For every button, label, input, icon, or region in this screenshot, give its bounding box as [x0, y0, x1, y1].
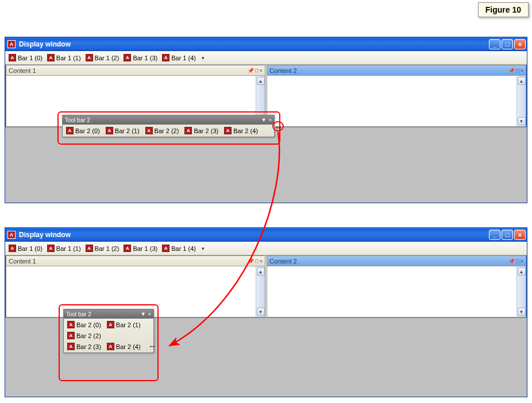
pin-icon[interactable]: 📌 — [248, 258, 254, 264]
bar1-item-2[interactable]: ABar 1 (2) — [86, 245, 119, 252]
close-pane-icon[interactable]: × — [260, 258, 263, 264]
pane-title-1: Content 1 — [9, 258, 248, 265]
scroll-down-icon[interactable]: ▼ — [518, 117, 526, 125]
bar2-label: Bar 2 (2) — [155, 127, 179, 134]
floating-toolbar-titlebar[interactable]: Tool bar 2 ▼ × — [63, 115, 274, 125]
app-icon: A — [7, 40, 16, 48]
bar-icon: A — [124, 245, 131, 252]
bar2-label: Bar 2 (3) — [76, 343, 101, 350]
pin-icon[interactable]: 📌 — [248, 68, 254, 73]
app-icon: A — [7, 231, 16, 239]
floating-toolbar-wide[interactable]: Tool bar 2 ▼ × ABar 2 (0) ABar 2 (1) ABa… — [62, 115, 275, 137]
close-button[interactable]: × — [514, 230, 526, 240]
bar1-item-1[interactable]: ABar 1 (1) — [47, 245, 81, 252]
floating-toolbar-narrow[interactable]: Tool bar 2 ▼ × ABar 2 (0) ABar 2 (1) ABa… — [63, 309, 154, 353]
bar2-item-4[interactable]: ABar 2 (4) — [107, 343, 141, 350]
bar1-label: Bar 1 (0) — [18, 55, 43, 61]
bar1-label: Bar 1 (4) — [171, 55, 196, 61]
bar1-item-0[interactable]: ABar 1 (0) — [9, 54, 43, 61]
bar1-label: Bar 1 (1) — [56, 55, 81, 61]
bar1-item-3[interactable]: ABar 1 (3) — [124, 245, 157, 252]
bar2-label: Bar 2 (4) — [116, 343, 141, 350]
bar2-item-0[interactable]: ABar 2 (0) — [67, 321, 101, 328]
restore-icon[interactable]: □ — [516, 258, 519, 264]
pin-icon[interactable]: 📌 — [508, 258, 515, 264]
scrollbar[interactable]: ▲ ▼ — [516, 266, 526, 317]
bar1-label: Bar 1 (1) — [56, 245, 81, 252]
pane-header-1[interactable]: Content 1 📌 □ × — [6, 65, 265, 76]
close-pane-icon[interactable]: × — [521, 258, 523, 264]
close-icon[interactable]: × — [269, 117, 272, 123]
titlebar[interactable]: A Display window _ □ × — [5, 37, 527, 51]
bar2-item-3[interactable]: ABar 2 (3) — [67, 343, 101, 350]
bar2-label: Bar 2 (0) — [75, 127, 100, 134]
bar1-item-0[interactable]: ABar 1 (0) — [9, 245, 43, 252]
bar2-item-1[interactable]: ABar 2 (1) — [107, 321, 141, 328]
bar-icon: A — [67, 321, 75, 328]
bar1-item-4[interactable]: ABar 1 (4) — [162, 54, 196, 61]
bar2-item-2[interactable]: ABar 2 (2) — [145, 127, 179, 134]
minimize-button[interactable]: _ — [489, 230, 500, 240]
scroll-up-icon[interactable]: ▲ — [518, 77, 526, 85]
titlebar[interactable]: A Display window _ □ × — [5, 228, 527, 242]
figure-label: Figure 10 — [478, 2, 529, 17]
content-pane-1: Content 1 📌 □ × ▲ ▼ — [6, 255, 265, 317]
toolbar-bar1: ABar 1 (0) ABar 1 (1) ABar 1 (2) ABar 1 … — [5, 51, 527, 65]
scroll-up-icon[interactable]: ▲ — [257, 77, 265, 85]
close-pane-icon[interactable]: × — [521, 68, 523, 73]
restore-icon[interactable]: □ — [516, 68, 519, 73]
bar1-label: Bar 1 (3) — [133, 55, 157, 61]
bar2-item-0[interactable]: ABar 2 (0) — [66, 127, 100, 134]
bar2-item-3[interactable]: ABar 2 (3) — [184, 127, 218, 134]
bar2-item-1[interactable]: ABar 2 (1) — [106, 127, 140, 134]
window-title: Display window — [19, 40, 489, 48]
pane-header-1[interactable]: Content 1 📌 □ × — [6, 256, 265, 266]
bar-icon: A — [9, 245, 16, 252]
bar-icon: A — [47, 245, 55, 252]
maximize-button[interactable]: □ — [502, 230, 513, 240]
bar-icon: A — [9, 54, 16, 61]
pane-content-2 — [267, 76, 516, 126]
scroll-down-icon[interactable]: ▼ — [518, 308, 526, 316]
bar-icon: A — [107, 321, 114, 328]
dropdown-icon[interactable]: ▼ — [141, 311, 146, 317]
pin-icon[interactable]: 📌 — [508, 68, 515, 73]
minimize-button[interactable]: _ — [489, 39, 500, 49]
restore-icon[interactable]: □ — [255, 258, 258, 264]
bar1-item-2[interactable]: ABar 1 (2) — [86, 54, 119, 61]
close-pane-icon[interactable]: × — [260, 68, 263, 73]
bar2-item-2[interactable]: ABar 2 (2) — [67, 332, 150, 339]
floating-toolbar-titlebar[interactable]: Tool bar 2 ▼ × — [64, 309, 153, 319]
pane-title-2: Content 2 — [269, 67, 508, 74]
scroll-down-icon[interactable]: ▼ — [257, 308, 265, 316]
bar1-item-3[interactable]: ABar 1 (3) — [124, 54, 157, 61]
toolbar-bar1: ABar 1 (0) ABar 1 (1) ABar 1 (2) ABar 1 … — [5, 242, 527, 255]
pane-header-2[interactable]: Content 2 📌 □ × — [267, 256, 526, 266]
bar1-item-1[interactable]: ABar 1 (1) — [47, 54, 81, 61]
bar-icon: A — [184, 127, 192, 134]
pane-header-2[interactable]: Content 2 📌 □ × — [267, 65, 526, 76]
bar2-label: Bar 2 (2) — [76, 332, 101, 339]
toolbar-overflow-icon[interactable]: ▾ — [202, 246, 205, 251]
toolbar-overflow-icon[interactable]: ▾ — [202, 55, 205, 61]
close-icon[interactable]: × — [148, 311, 151, 317]
bar-icon: A — [107, 343, 114, 350]
pane-title-2: Content 2 — [269, 258, 508, 265]
bar-icon: A — [67, 343, 75, 350]
restore-icon[interactable]: □ — [255, 68, 258, 73]
scrollbar[interactable]: ▲ ▼ — [256, 266, 265, 317]
floating-toolbar-title: Tool bar 2 — [66, 311, 138, 317]
close-button[interactable]: × — [514, 39, 526, 49]
bar-icon: A — [86, 245, 93, 252]
scroll-up-icon[interactable]: ▲ — [518, 268, 526, 276]
maximize-button[interactable]: □ — [502, 39, 513, 49]
bar2-label: Bar 2 (3) — [194, 127, 218, 134]
scrollbar[interactable]: ▲ ▼ — [516, 76, 526, 126]
dropdown-icon[interactable]: ▼ — [261, 117, 267, 123]
bar-icon: A — [67, 332, 75, 339]
scroll-up-icon[interactable]: ▲ — [257, 268, 265, 276]
bar1-label: Bar 1 (2) — [95, 55, 119, 61]
bar1-item-4[interactable]: ABar 1 (4) — [162, 245, 196, 252]
bar2-item-4[interactable]: ABar 2 (4) — [224, 127, 258, 134]
bar-icon: A — [224, 127, 232, 134]
